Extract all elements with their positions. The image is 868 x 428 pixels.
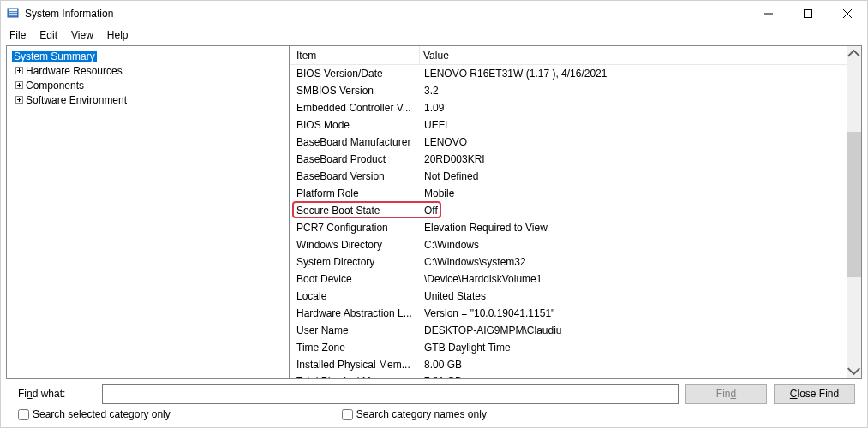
tree-item[interactable]: Software Environment [7,92,289,107]
cell-item: BIOS Mode [296,119,421,131]
cell-value: 8.00 GB [421,359,861,371]
cell-value: United States [421,290,861,302]
cell-value: 7.81 GB [421,376,861,378]
app-icon [6,7,20,21]
title-bar: System Information [1,1,867,27]
scroll-down-icon[interactable] [847,364,861,378]
table-row[interactable]: User NameDESKTOP-AIG9MPM\Claudiu [290,322,861,339]
column-headers[interactable]: Item Value [290,46,861,65]
find-button[interactable]: Find [685,384,767,404]
search-category-names-checkbox[interactable]: Search category names only [342,408,487,420]
menu-view[interactable]: View [66,29,99,41]
table-row[interactable]: Installed Physical Mem...8.00 GB [290,356,861,373]
scroll-up-icon[interactable] [847,46,861,61]
cell-item: User Name [296,324,421,336]
cell-value: Off [421,205,861,217]
svg-rect-3 [9,14,17,15]
table-row[interactable]: Total Physical Memory7.81 GB [290,373,861,378]
table-row[interactable]: Hardware Abstraction L...Version = "10.0… [290,305,861,322]
find-options-row: Search selected category only Search cat… [1,408,867,427]
cell-item: Locale [296,290,421,302]
cell-value: C:\Windows\system32 [421,256,861,268]
window-title: System Information [25,8,749,20]
cell-item: Boot Device [296,273,421,285]
cell-value: 20RD003KRI [421,153,861,165]
tree-item[interactable]: Hardware Resources [7,63,289,78]
cell-item: BaseBoard Version [296,170,421,182]
table-row[interactable]: Boot Device\Device\HarddiskVolume1 [290,270,861,288]
cell-item: System Directory [296,256,421,268]
search-selected-checkbox-input[interactable] [18,409,29,420]
tree-expand-icon[interactable] [14,66,24,76]
table-row[interactable]: LocaleUnited States [290,288,861,305]
table-row[interactable]: Windows DirectoryC:\Windows [290,236,861,253]
table-row[interactable]: Secure Boot StateOff [290,202,861,219]
table-row[interactable]: BaseBoard VersionNot Defined [290,168,861,185]
find-input[interactable] [102,384,679,404]
table-row[interactable]: PCR7 ConfigurationElevation Required to … [290,219,861,236]
table-row[interactable]: System DirectoryC:\Windows\system32 [290,253,861,270]
scrollbar[interactable] [847,46,861,378]
scroll-thumb[interactable] [847,132,861,277]
close-button[interactable] [828,1,867,27]
cell-value: Mobile [421,187,861,199]
cell-item: Secure Boot State [296,205,421,217]
cell-value: C:\Windows [421,239,861,251]
cell-item: Installed Physical Mem... [296,359,421,371]
table-row[interactable]: Embedded Controller V...1.09 [290,99,861,116]
cell-value: \Device\HarddiskVolume1 [421,273,861,285]
cell-value: UEFI [421,119,861,131]
cell-value: LENOVO [421,136,861,148]
menu-bar: FileEditViewHelp [1,27,867,44]
cell-value: 3.2 [421,85,861,97]
close-find-button[interactable]: Close Find [774,384,855,404]
svg-rect-1 [9,9,17,11]
cell-item: BaseBoard Product [296,153,421,165]
cell-item: SMBIOS Version [296,85,421,97]
search-category-names-checkbox-input[interactable] [342,409,353,420]
cell-value: 1.09 [421,102,861,114]
table-row[interactable]: Time ZoneGTB Daylight Time [290,339,861,356]
cell-value: Not Defined [421,170,861,182]
table-row[interactable]: BIOS Version/DateLENOVO R16ET31W (1.17 )… [290,65,861,82]
tree-expand-icon[interactable] [14,80,24,91]
svg-rect-5 [805,10,812,18]
tree-expand-icon[interactable] [14,95,24,105]
minimize-button[interactable] [749,1,788,27]
menu-help[interactable]: Help [102,29,134,41]
tree-item[interactable]: Components [7,78,289,92]
find-bar: Find what: Find Close Find [1,379,867,408]
window-controls [749,1,867,27]
menu-edit[interactable]: Edit [34,29,63,41]
search-selected-checkbox[interactable]: Search selected category only [18,408,171,420]
column-item[interactable]: Item [290,46,420,64]
maximize-button[interactable] [788,1,828,27]
cell-value: LENOVO R16ET31W (1.17 ), 4/16/2021 [421,68,861,80]
table-row[interactable]: BaseBoard Product20RD003KRI [290,151,861,168]
table-row[interactable]: BIOS ModeUEFI [290,116,861,134]
tree-item-label: Hardware Resources [26,65,123,77]
cell-value: Version = "10.0.19041.1151" [421,307,861,319]
rows-container[interactable]: BIOS Version/DateLENOVO R16ET31W (1.17 )… [290,65,861,378]
table-row[interactable]: SMBIOS Version3.2 [290,82,861,99]
cell-item: Embedded Controller V... [296,102,421,114]
cell-item: Hardware Abstraction L... [296,307,421,319]
tree-root[interactable]: System Summary [7,49,289,63]
tree-root-label: System Summary [12,51,97,62]
cell-item: Total Physical Memory [296,376,421,378]
table-row[interactable]: BaseBoard ManufacturerLENOVO [290,134,861,151]
tree-pane[interactable]: System Summary Hardware ResourcesCompone… [7,46,290,378]
cell-item: Time Zone [296,342,421,354]
menu-file[interactable]: File [4,29,31,41]
find-label: Find what: [18,388,95,400]
column-value[interactable]: Value [420,46,861,64]
tree-item-label: Components [26,80,84,92]
cell-item: Windows Directory [296,239,421,251]
table-row[interactable]: Platform RoleMobile [290,185,861,202]
cell-item: PCR7 Configuration [296,222,421,234]
cell-value: GTB Daylight Time [421,342,861,354]
cell-item: Platform Role [296,187,421,199]
cell-value: Elevation Required to View [421,222,861,234]
tree-item-label: Software Environment [26,94,127,106]
svg-rect-2 [9,12,17,13]
